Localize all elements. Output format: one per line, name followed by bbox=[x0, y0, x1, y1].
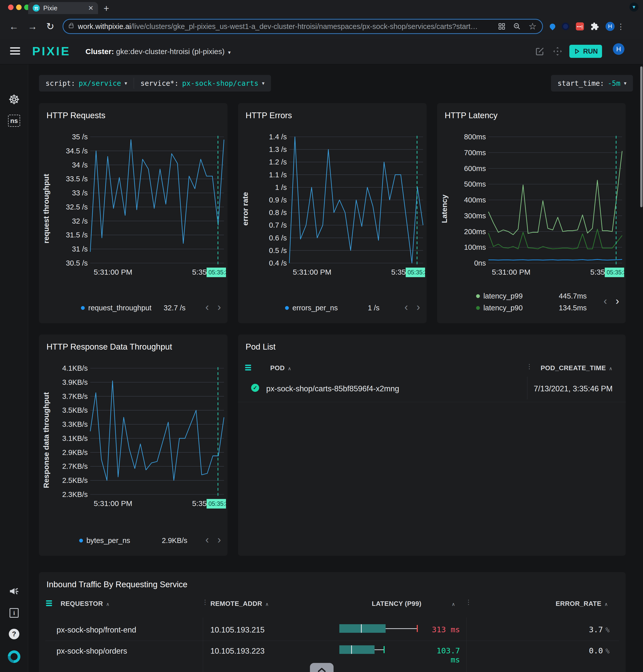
expand-drawer-button[interactable] bbox=[310, 663, 333, 672]
browser-profile-icon[interactable]: ▾ bbox=[629, 2, 639, 12]
http-response-throughput-chart[interactable]: 4.1KB/s3.9KB/s3.7KB/s3.5KB/s3.3KB/s3.1KB… bbox=[61, 365, 226, 516]
column-header-pod-create-time[interactable]: POD_CREATE_TIME∧ bbox=[541, 364, 612, 372]
svg-text:0.5 /s: 0.5 /s bbox=[269, 247, 287, 254]
announcements-item[interactable] bbox=[0, 586, 28, 597]
sort-asc-icon: ∧ bbox=[288, 366, 291, 371]
panel-title: Pod List bbox=[246, 342, 276, 351]
sort-asc-icon: ∧ bbox=[265, 602, 269, 607]
pixie-ring-icon bbox=[5, 648, 23, 665]
user-avatar[interactable]: H bbox=[613, 43, 624, 55]
help-item[interactable]: ? bbox=[0, 629, 28, 639]
http-latency-chart[interactable]: 800ms700ms600ms500ms400ms300ms200ms100ms… bbox=[459, 133, 624, 284]
minimize-window-button[interactable] bbox=[16, 4, 22, 10]
chevron-down-icon[interactable]: ▼ bbox=[125, 81, 127, 86]
forward-button[interactable]: → bbox=[28, 21, 37, 32]
column-header-pod[interactable]: POD∧ bbox=[270, 364, 291, 372]
chevron-down-icon[interactable]: ▼ bbox=[624, 81, 627, 86]
legend-next-icon[interactable]: › bbox=[217, 534, 221, 546]
service-value-dropdown[interactable]: px-sock-shop/carts bbox=[182, 79, 258, 87]
legend-item[interactable]: bytes_per_ns 2.9KB/s bbox=[79, 537, 187, 545]
requestor-link[interactable]: px-sock-shop/front-end bbox=[57, 625, 136, 635]
panel-title: HTTP Response Data Throughput bbox=[47, 342, 172, 351]
legend-next-icon[interactable]: › bbox=[616, 295, 619, 307]
edit-script-icon[interactable] bbox=[535, 46, 545, 56]
legend-item[interactable]: latency_p99 445.7ms bbox=[476, 292, 587, 300]
sort-asc-icon: ∧ bbox=[106, 602, 110, 607]
column-header-error-rate[interactable]: ERROR_RATE∧ bbox=[556, 600, 608, 608]
panel-http-requests: HTTP Requests request throughput 35 /s34… bbox=[39, 103, 228, 323]
extensions-puzzle-icon[interactable] bbox=[591, 22, 599, 31]
run-button[interactable]: RUN bbox=[569, 45, 602, 58]
svg-text:5:31:00 PM: 5:31:00 PM bbox=[293, 268, 331, 276]
close-tab-icon[interactable]: ✕ bbox=[88, 4, 94, 12]
info-item[interactable]: i bbox=[0, 608, 28, 618]
start-time-value-dropdown[interactable]: -5m bbox=[608, 79, 620, 87]
browser-avatar[interactable]: H bbox=[606, 22, 615, 31]
y-axis-label: Response data throughput bbox=[40, 370, 52, 511]
bookmark-star-icon[interactable]: ☆ bbox=[529, 21, 537, 32]
error-rate-value: 0.0% bbox=[589, 646, 609, 655]
latency-boxplot bbox=[339, 645, 420, 655]
column-header-latency-p99[interactable]: LATENCY (P99)∧ bbox=[372, 600, 455, 608]
scrollbar-thumb[interactable] bbox=[640, 67, 643, 207]
menu-hamburger-icon[interactable] bbox=[10, 47, 20, 56]
script-args-bar: script: px/service ▼ service*: px-sock-s… bbox=[39, 75, 271, 92]
cluster-k8s-nav-item[interactable]: ☸ bbox=[0, 92, 28, 107]
legend-prev-icon[interactable]: ‹ bbox=[205, 534, 209, 546]
column-divider-icon[interactable]: ⋮ bbox=[465, 598, 472, 606]
column-divider-icon[interactable]: ⋮ bbox=[526, 363, 533, 370]
info-icon: i bbox=[10, 608, 19, 618]
browser-menu-icon[interactable]: ⋮ bbox=[617, 22, 624, 31]
latency-value: 103.7 ms bbox=[427, 646, 460, 664]
service-label: service*: bbox=[141, 79, 179, 87]
legend-item[interactable]: latency_p90 134.5ms bbox=[476, 304, 587, 312]
extension-password-icon[interactable]: •••| bbox=[576, 22, 584, 31]
row-divider bbox=[46, 640, 619, 641]
chevron-down-icon[interactable]: ▼ bbox=[262, 81, 265, 86]
svg-text:30.5 /s: 30.5 /s bbox=[66, 259, 88, 267]
cluster-selector[interactable]: Cluster: gke:dev-cluster-htroisi (pl-pix… bbox=[85, 47, 231, 56]
legend-prev-icon[interactable]: ‹ bbox=[404, 301, 408, 313]
http-errors-chart[interactable]: 1.4 /s1.3 /s1.2 /s1.1 /s1 /s0.9 /s0.8 /s… bbox=[260, 133, 425, 284]
chevron-down-icon: ▼ bbox=[227, 50, 232, 55]
legend-prev-icon[interactable]: ‹ bbox=[205, 301, 209, 313]
address-bar[interactable]: work.withpixie.ai/live/clusters/gke_pl-p… bbox=[63, 20, 542, 33]
column-header-requestor[interactable]: REQUESTOR∧ bbox=[61, 600, 110, 608]
legend-next-icon[interactable]: › bbox=[416, 301, 420, 313]
zoom-out-icon[interactable] bbox=[513, 22, 521, 31]
reload-button[interactable]: ↻ bbox=[46, 21, 54, 32]
back-button[interactable]: ← bbox=[9, 21, 19, 32]
sort-asc-icon: ∧ bbox=[609, 366, 612, 371]
svg-text:200ms: 200ms bbox=[464, 228, 486, 236]
http-requests-chart[interactable]: 35 /s34.5 /s34 /s33.5 /s33 /s32.5 /s32 /… bbox=[61, 133, 226, 284]
extension-pin-icon[interactable] bbox=[548, 22, 556, 30]
pod-name-link[interactable]: px-sock-shop/carts-85bf8596f4-x2mng bbox=[266, 384, 399, 393]
legend-next-icon[interactable]: › bbox=[217, 301, 221, 313]
extension-circle-icon[interactable] bbox=[562, 23, 569, 30]
pixie-ring-logo-item[interactable] bbox=[0, 650, 28, 663]
legend-prev-icon[interactable]: ‹ bbox=[604, 295, 607, 307]
table-menu-icon[interactable] bbox=[46, 600, 52, 607]
svg-text:05:35:30: 05:35:30 bbox=[208, 500, 226, 507]
svg-text:4.1KB/s: 4.1KB/s bbox=[62, 365, 88, 372]
legend-item[interactable]: request_throughput 32.7 /s bbox=[81, 304, 185, 312]
script-value-dropdown[interactable]: px/service bbox=[79, 79, 121, 87]
panel-pod-list: Pod List POD∧ ⋮ POD_CREATE_TIME∧ ✓ px-so… bbox=[238, 335, 626, 556]
svg-text:31.5 /s: 31.5 /s bbox=[66, 231, 88, 239]
namespace-nav-item[interactable]: ns bbox=[0, 115, 28, 127]
svg-text:2.9KB/s: 2.9KB/s bbox=[62, 448, 88, 456]
new-tab-button[interactable]: + bbox=[104, 3, 109, 14]
legend-item[interactable]: errors_per_ns 1 /s bbox=[285, 304, 379, 312]
column-header-remote-addr[interactable]: REMOTE_ADDR∧ bbox=[210, 600, 269, 608]
browser-tab[interactable]: π Pixie ✕ bbox=[28, 2, 98, 14]
move-widgets-icon[interactable] bbox=[553, 46, 562, 56]
tab-groups-icon[interactable] bbox=[498, 23, 506, 30]
requestor-link[interactable]: px-sock-shop/orders bbox=[57, 647, 127, 656]
svg-text:05:35:30: 05:35:30 bbox=[607, 269, 624, 276]
column-divider-icon[interactable]: ⋮ bbox=[202, 598, 208, 606]
svg-text:34.5 /s: 34.5 /s bbox=[66, 147, 88, 155]
table-menu-icon[interactable] bbox=[245, 365, 251, 371]
close-window-button[interactable] bbox=[8, 4, 14, 10]
svg-text:0.6 /s: 0.6 /s bbox=[269, 234, 287, 242]
panel-inbound-traffic: Inbound Traffic By Requesting Service RE… bbox=[39, 572, 626, 672]
